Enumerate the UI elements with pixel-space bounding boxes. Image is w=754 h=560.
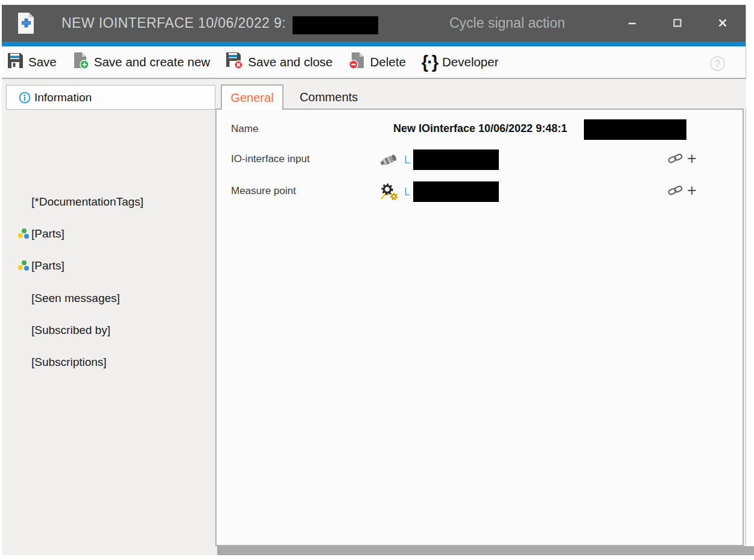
redaction-box [584, 119, 686, 140]
redaction-box [413, 149, 499, 170]
redaction-box [293, 16, 378, 34]
document-new-icon [17, 12, 34, 34]
document-add-icon [72, 52, 89, 72]
minimize-button[interactable] [623, 13, 642, 33]
parts-icon [18, 228, 30, 239]
save-label: Save [28, 55, 57, 69]
toolbar: Save Save and create new [2, 46, 746, 79]
floppy-close-icon [226, 52, 243, 72]
titlebar: NEW IOINTERFACE 10/06/2022 9: Cycle sign… [2, 5, 746, 42]
parts-icon [18, 260, 30, 271]
sensor-icon [379, 151, 399, 169]
save-and-create-new-label: Save and create new [94, 55, 211, 69]
measure-point-label: Measure point [231, 185, 296, 197]
measure-point-link[interactable]: L [404, 185, 410, 198]
tab-general[interactable]: General [221, 84, 284, 110]
developer-button[interactable]: {·} Developer [422, 54, 499, 70]
delete-label: Delete [370, 55, 406, 69]
sidebar-item-seen-messages[interactable]: [Seen messages] [31, 291, 120, 306]
close-button[interactable] [713, 13, 732, 33]
floppy-save-icon [7, 52, 24, 72]
window-title: NEW IOINTERFACE 10/06/2022 9: [62, 5, 286, 42]
redaction-box [413, 181, 499, 202]
window-subtitle: Cycle signal action [449, 5, 565, 42]
sidebar-item-parts-2[interactable]: [Parts] [31, 259, 65, 273]
sidebar-item-parts-1[interactable]: [Parts] [31, 227, 65, 241]
sidebar-item-information[interactable]: Information [6, 85, 215, 110]
sidebar-item-label: Information [34, 91, 92, 104]
save-and-close-label: Save and close [248, 55, 332, 69]
developer-label: Developer [442, 55, 498, 69]
sidebar-item-subscriptions[interactable]: [Subscriptions] [31, 355, 107, 370]
content-panel [215, 109, 744, 546]
app-window: NEW IOINTERFACE 10/06/2022 9: Cycle sign… [2, 5, 746, 555]
link-icon[interactable] [668, 152, 683, 165]
io-interface-link[interactable]: L [404, 153, 410, 166]
io-interface-input-label: IO-interface input [231, 153, 309, 165]
window-shadow [217, 546, 754, 555]
add-icon[interactable]: + [687, 183, 697, 198]
link-icon[interactable] [668, 184, 683, 197]
add-icon[interactable]: + [687, 151, 697, 166]
tab-comments[interactable]: Comments [284, 84, 374, 110]
save-and-close-button[interactable]: Save and close [226, 52, 332, 72]
sidebar-item-documentationtags[interactable]: [*DocumentationTags] [31, 195, 144, 209]
gears-icon [379, 183, 399, 201]
screen: NEW IOINTERFACE 10/06/2022 9: Cycle sign… [0, 0, 754, 560]
developer-braces-icon: {·} [422, 54, 437, 70]
sidebar-item-subscribed-by[interactable]: [Subscribed by] [31, 323, 110, 338]
accent-bar [2, 42, 746, 46]
help-icon[interactable]: ? [710, 56, 725, 71]
save-button[interactable]: Save [7, 52, 57, 72]
name-label: Name [231, 123, 258, 135]
maximize-button[interactable] [668, 13, 687, 33]
delete-button[interactable]: Delete [349, 52, 406, 72]
save-and-create-new-button[interactable]: Save and create new [72, 52, 211, 72]
info-icon [19, 92, 31, 104]
name-value: New IOinterface 10/06/2022 9:48:1 [393, 122, 567, 135]
document-delete-icon [349, 52, 366, 72]
sidebar: Information [*DocumentationTags] [Parts]… [5, 79, 215, 554]
